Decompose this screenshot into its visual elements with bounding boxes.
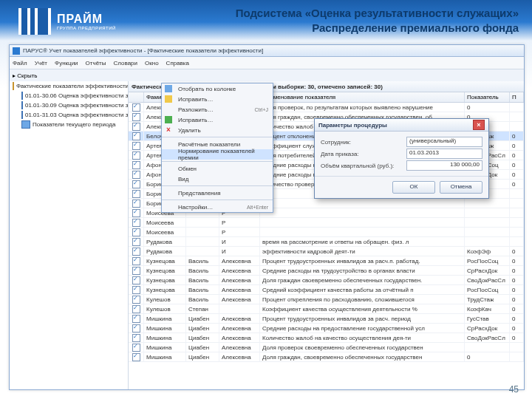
context-menu-item[interactable]: Представления [162, 188, 273, 198]
cell: Количество жалоб на качество осуществлен… [260, 333, 465, 342]
table-row[interactable]: КулешовСтепанКоэффициент качества осущес… [129, 304, 524, 314]
table-row[interactable]: МишкинаЦиабенАлексевнаДоля проверок свое… [129, 343, 524, 352]
row-checkbox[interactable] [132, 123, 140, 131]
toolbar[interactable]: ▸ Скрыть [10, 69, 524, 82]
table-row[interactable]: КулешовВасильАлексевнаПроцент откреплени… [129, 295, 524, 304]
row-checkbox[interactable] [132, 353, 140, 361]
dialog-input[interactable]: 01.03.2013 [406, 149, 482, 159]
row-checkbox[interactable] [132, 219, 140, 227]
table-row[interactable]: МишкинаЦиабенАлексевнаСредние расходы на… [129, 324, 524, 333]
row-checkbox[interactable] [132, 142, 140, 150]
cell: Процент открепления по расходованию, сло… [260, 295, 465, 304]
column-header[interactable] [129, 92, 144, 102]
context-menu-item[interactable]: Разложить…Ctrl+J [162, 104, 273, 115]
context-menu-item[interactable]: Исправить… [162, 94, 273, 104]
row-checkbox[interactable] [132, 315, 140, 323]
window-titlebar[interactable]: ПАРУС® Учет показателей эффективности - … [10, 45, 524, 57]
cell: 0 [510, 304, 524, 313]
menu-item[interactable]: Справка [166, 60, 189, 66]
table-row[interactable]: КузнецоваВасильАлексевнаДоля граждан сво… [129, 276, 524, 285]
tree-node[interactable]: Фактические показатели эффективности [10, 81, 128, 91]
row-checkbox[interactable] [132, 334, 140, 342]
context-menu-item[interactable]: Нормирование показателей премии [162, 149, 273, 160]
slide-title-2: Распределение премиального фонда [236, 21, 519, 35]
table-row[interactable]: РудаковаИэффективности кадровой деят-тиК… [129, 247, 524, 256]
table-row[interactable]: МишкинаЦиабенАлексевнаПроцент трудоустро… [129, 314, 524, 324]
context-menu-label: Нормирование показателей премии [178, 148, 268, 161]
table-row[interactable]: МоисееваР [129, 228, 524, 237]
context-menu-item[interactable]: Вид [162, 174, 273, 184]
menu-item[interactable]: Окно [145, 60, 159, 66]
cancel-button[interactable]: Отмена [440, 181, 482, 194]
row-checkbox[interactable] [132, 190, 140, 198]
row-checkbox[interactable] [132, 344, 140, 352]
table-row[interactable]: МишкинаЦиабенАлексевнаДоля граждан, свое… [129, 352, 524, 362]
menu-item[interactable]: Учёт [35, 60, 47, 66]
context-menu[interactable]: Отобрать по колонкеИсправить…Разложить…C… [161, 83, 273, 213]
row-checkbox[interactable] [132, 132, 140, 140]
row-checkbox[interactable] [132, 296, 140, 304]
row-checkbox[interactable] [132, 103, 140, 112]
cell: 0 [510, 295, 524, 304]
menu-item[interactable]: Файл [13, 60, 27, 66]
table-row[interactable]: КузнецоваВасильАлексевнаСредний коэффици… [129, 285, 524, 295]
cell: Алексевна [219, 324, 260, 332]
row-checkbox[interactable] [132, 151, 140, 160]
table-row[interactable]: РудаковаИвремя на рассмотрение и ответы … [129, 237, 524, 247]
ok-button[interactable]: ОК [392, 181, 435, 194]
context-menu-item[interactable]: Отобрать по колонке [162, 83, 273, 94]
table-row[interactable]: КузнецоваВасильАлексевнаПроцент трудоуст… [129, 256, 524, 266]
row-checkbox[interactable] [132, 228, 140, 236]
row-checkbox[interactable] [132, 200, 140, 208]
cell: Алексевна [219, 343, 260, 352]
context-menu-label: Удалить [178, 127, 201, 134]
row-checkbox[interactable] [132, 171, 140, 179]
row-checkbox[interactable] [132, 161, 140, 169]
column-header[interactable]: П [510, 92, 524, 102]
context-menu-item[interactable]: Исправить… [162, 115, 273, 125]
row-checkbox[interactable] [132, 209, 140, 217]
toolbar-item[interactable]: ▸ Скрыть [13, 72, 38, 79]
cell: Степан [186, 304, 219, 313]
tree-panel[interactable]: Фактические показатели эффективности01.0… [10, 81, 129, 389]
row-checkbox[interactable] [132, 238, 140, 246]
context-menu-item[interactable]: ×Удалить [162, 125, 273, 135]
tree-node[interactable]: 01.01-30.09 Оценка эффективности за III … [10, 100, 128, 110]
cell: 0 [510, 247, 524, 256]
menubar[interactable]: ФайлУчётФункцииОтчётыСловариОкноСправка [10, 57, 524, 69]
column-header[interactable]: Наименование показателя [260, 92, 465, 102]
cell: РосПосСоц [465, 256, 510, 265]
menu-item[interactable]: Словари [114, 60, 138, 66]
tree-node[interactable]: Показатели текущего периода [10, 120, 128, 129]
cell: Процент трудоустроенных инвалидов за рас… [260, 314, 465, 323]
row-checkbox[interactable] [132, 286, 140, 294]
close-icon[interactable]: × [473, 120, 485, 130]
cell: Мишкина [144, 343, 186, 352]
table-row[interactable]: МишкинаЦиабенАлексевнаКоличество жалоб н… [129, 333, 524, 343]
cell: Василь [186, 266, 219, 275]
row-checkbox[interactable] [132, 276, 140, 284]
table-row[interactable]: КузнецоваВасильАлексевнаСредние расходы … [129, 266, 524, 276]
context-menu-item[interactable]: Обмен [162, 163, 273, 174]
cell: РосПосСоц [465, 285, 510, 294]
tree-node[interactable]: 01.01-31.03 Оценка эффективности за I кв… [10, 110, 128, 120]
dialog-input[interactable]: 130 000,00 [406, 160, 482, 171]
row-checkbox[interactable] [132, 113, 140, 121]
row-checkbox[interactable] [132, 324, 140, 332]
table-row[interactable]: МоисееваР [129, 218, 524, 228]
row-checkbox[interactable] [132, 257, 140, 265]
cell: 0 [510, 170, 524, 179]
row-checkbox[interactable] [132, 305, 140, 313]
dialog-input[interactable]: (универсальный) [406, 137, 482, 147]
menu-item[interactable]: Отчёты [86, 60, 106, 66]
menu-item[interactable]: Функции [55, 60, 78, 66]
column-header[interactable]: Показатель [465, 92, 510, 102]
context-menu-item[interactable]: Настройки…Alt+Enter [162, 202, 273, 212]
row-checkbox[interactable] [132, 248, 140, 256]
row-checkbox[interactable] [132, 267, 140, 275]
tree-node[interactable]: 01.01-30.06 Оценка эффективности за полу… [10, 91, 128, 100]
dialog-parameters[interactable]: Параметры процедуры × Сотрудник:(универс… [314, 118, 489, 199]
cell: 0 [510, 276, 524, 284]
slide-title-1: Подсистема «Оценка результативности служ… [236, 6, 519, 21]
row-checkbox[interactable] [132, 180, 140, 188]
